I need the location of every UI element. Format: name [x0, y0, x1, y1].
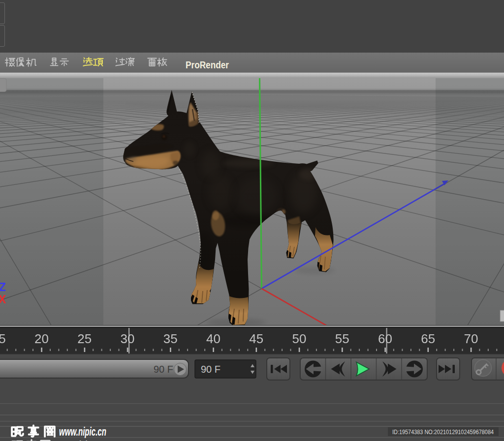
svg-text:15: 15	[0, 331, 6, 346]
svg-text:Z: Z	[0, 281, 6, 294]
svg-text:40: 40	[206, 331, 220, 346]
svg-text:20: 20	[34, 331, 49, 346]
svg-text:ProRender: ProRender	[186, 59, 229, 70]
svg-text:55: 55	[335, 331, 349, 346]
svg-text:30: 30	[121, 331, 135, 346]
svg-text:90 F: 90 F	[154, 364, 173, 375]
svg-text:50: 50	[292, 331, 307, 346]
svg-text:25: 25	[77, 331, 92, 346]
svg-text:35: 35	[163, 331, 178, 346]
svg-text:65: 65	[421, 331, 435, 346]
svg-text:90 F: 90 F	[201, 364, 220, 375]
svg-text:www.nipic.cn: www.nipic.cn	[59, 425, 106, 438]
svg-text:ID:19574383 NO:202101291024596: ID:19574383 NO:20210129102459678084	[392, 428, 494, 436]
svg-text:45: 45	[249, 331, 263, 346]
svg-text:60: 60	[378, 331, 392, 346]
svg-text:www.nipic.cn: www.nipic.cn	[57, 439, 100, 441]
svg-text:X: X	[0, 293, 6, 306]
svg-text:70: 70	[464, 331, 478, 346]
